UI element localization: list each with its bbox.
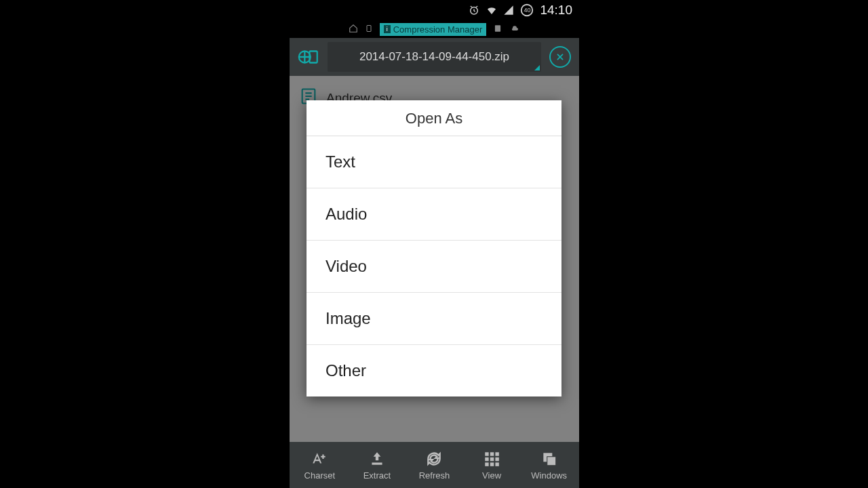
app-tab-compression-manager[interactable]: i Compression Manager bbox=[380, 23, 487, 36]
svg-rect-9 bbox=[495, 452, 498, 455]
svg-rect-17 bbox=[547, 457, 555, 466]
bottom-item-refresh[interactable]: Refresh bbox=[406, 449, 463, 481]
svg-rect-10 bbox=[485, 458, 488, 461]
svg-rect-3 bbox=[495, 25, 500, 31]
dialog-option-audio[interactable]: Audio bbox=[307, 188, 561, 241]
clock: 14:10 bbox=[540, 3, 572, 18]
dialog-option-other[interactable]: Other bbox=[307, 345, 561, 396]
bottom-label: Windows bbox=[531, 470, 567, 481]
windows-icon bbox=[540, 449, 558, 468]
bottom-item-charset[interactable]: Charset bbox=[291, 449, 349, 481]
dialog-option-video[interactable]: Video bbox=[307, 241, 561, 293]
svg-rect-2 bbox=[367, 25, 371, 31]
archive-name: 2014-07-18-14-09-44-450.zip bbox=[359, 50, 509, 64]
status-bar: 40 14:10 bbox=[290, 0, 579, 20]
wifi-icon bbox=[486, 4, 498, 16]
extract-icon bbox=[368, 449, 386, 468]
bottom-item-windows[interactable]: Windows bbox=[520, 449, 578, 481]
cloud-icon[interactable] bbox=[509, 24, 520, 35]
dialog-option-image[interactable]: Image bbox=[307, 293, 561, 345]
svg-rect-8 bbox=[490, 452, 494, 455]
svg-rect-14 bbox=[490, 462, 494, 466]
svg-rect-13 bbox=[485, 462, 488, 466]
bottom-item-view[interactable]: View bbox=[463, 449, 521, 481]
tab-app-icon: i bbox=[384, 25, 391, 33]
svg-rect-12 bbox=[495, 458, 498, 461]
app-tab-label: Compression Manager bbox=[393, 24, 483, 35]
device-icon[interactable] bbox=[365, 24, 373, 35]
dialog-option-text[interactable]: Text bbox=[307, 136, 561, 188]
grid-icon bbox=[483, 449, 500, 468]
svg-rect-11 bbox=[490, 458, 494, 461]
signal-icon bbox=[503, 5, 514, 16]
bottom-bar: Charset Extract Refresh View bbox=[290, 442, 579, 488]
open-as-dialog: Open As Text Audio Video Image Other bbox=[307, 100, 561, 396]
dialog-title: Open As bbox=[307, 100, 561, 136]
battery-icon: 40 bbox=[519, 3, 534, 18]
app-logo-icon[interactable] bbox=[294, 42, 323, 72]
bottom-label: Charset bbox=[304, 470, 336, 481]
alarm-icon bbox=[468, 4, 480, 16]
refresh-icon bbox=[425, 449, 443, 468]
toolbar: 2014-07-18-14-09-44-450.zip bbox=[290, 38, 579, 76]
archive-title[interactable]: 2014-07-18-14-09-44-450.zip bbox=[328, 42, 541, 72]
charset-icon bbox=[309, 449, 330, 468]
bottom-label: Refresh bbox=[419, 470, 450, 481]
close-button[interactable] bbox=[549, 46, 571, 68]
svg-rect-7 bbox=[485, 452, 488, 455]
svg-rect-15 bbox=[495, 462, 498, 466]
bottom-item-extract[interactable]: Extract bbox=[349, 449, 406, 481]
home-icon[interactable] bbox=[349, 24, 358, 35]
bottom-label: View bbox=[482, 470, 501, 481]
recent-apps-bar: i Compression Manager bbox=[290, 20, 579, 38]
sd-icon[interactable] bbox=[493, 24, 502, 35]
bottom-label: Extract bbox=[363, 470, 391, 481]
